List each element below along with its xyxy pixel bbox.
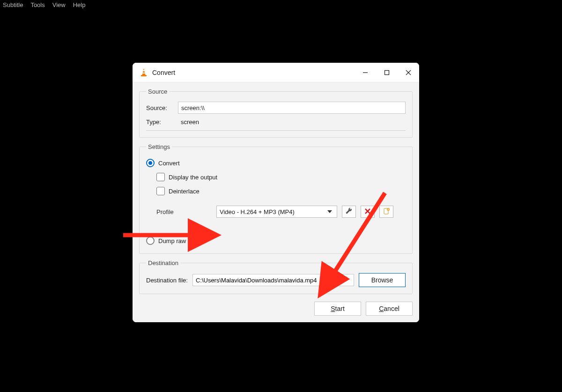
- titlebar: Convert: [133, 63, 419, 82]
- edit-profile-button[interactable]: [342, 206, 356, 218]
- start-button[interactable]: Start: [314, 302, 361, 316]
- close-button[interactable]: [398, 63, 419, 82]
- dialog-footer: Start Cancel: [139, 300, 413, 316]
- svg-rect-5: [385, 70, 389, 74]
- source-legend: Source: [146, 88, 169, 95]
- source-input[interactable]: [178, 102, 406, 114]
- source-group: Source Source: Type: screen: [139, 88, 413, 138]
- svg-rect-2: [142, 73, 145, 74]
- settings-legend: Settings: [146, 143, 172, 150]
- wrench-icon: [345, 207, 353, 216]
- profile-combobox[interactable]: Video - H.264 + MP3 (MP4): [216, 206, 337, 218]
- new-profile-button[interactable]: [379, 206, 393, 218]
- deinterlace-checkbox[interactable]: [156, 187, 165, 195]
- cancel-button[interactable]: Cancel: [366, 302, 413, 316]
- display-output-checkbox[interactable]: [156, 173, 165, 181]
- type-value: screen: [178, 117, 406, 127]
- profile-label: Profile: [156, 208, 212, 215]
- display-output-label: Display the output: [169, 174, 217, 181]
- destination-group: Destination Destination file: Browse: [139, 259, 413, 294]
- menu-view[interactable]: View: [52, 1, 66, 8]
- convert-radio[interactable]: [146, 159, 155, 167]
- convert-radio-label: Convert: [158, 160, 180, 167]
- svg-line-7: [406, 70, 411, 75]
- dump-raw-radio[interactable]: [146, 237, 155, 245]
- destination-legend: Destination: [146, 259, 180, 266]
- minimize-button[interactable]: [355, 63, 376, 82]
- menu-subtitle[interactable]: Subtitle: [3, 1, 23, 8]
- source-label: Source:: [146, 104, 173, 111]
- dump-raw-label: Dump raw input: [158, 237, 201, 244]
- deinterlace-label: Deinterlace: [169, 188, 200, 195]
- dialog-title: Convert: [152, 69, 355, 76]
- app-menubar: Subtitle Tools View Help: [0, 0, 88, 9]
- new-doc-icon: [383, 207, 390, 216]
- chevron-down-icon: [325, 210, 334, 213]
- type-label: Type:: [146, 118, 173, 126]
- profile-value: Video - H.264 + MP3 (MP4): [220, 208, 325, 215]
- svg-line-6: [406, 70, 411, 75]
- x-red-icon: [364, 208, 371, 216]
- maximize-button[interactable]: [376, 63, 398, 82]
- delete-profile-button[interactable]: [361, 206, 375, 218]
- svg-rect-1: [143, 70, 145, 71]
- menu-tools[interactable]: Tools: [30, 1, 44, 8]
- destination-file-input[interactable]: [192, 274, 354, 286]
- svg-rect-3: [141, 75, 147, 76]
- svg-marker-8: [327, 210, 332, 213]
- destination-file-label: Destination file:: [146, 277, 188, 284]
- svg-marker-0: [142, 68, 146, 75]
- settings-group: Settings Convert Display the output Dein…: [139, 143, 413, 254]
- menu-help[interactable]: Help: [73, 1, 86, 8]
- browse-button[interactable]: Browse: [359, 273, 406, 287]
- vlc-cone-icon: [139, 68, 148, 77]
- convert-dialog: Convert Source Source: Type: screen: [133, 63, 419, 322]
- source-separator: [146, 130, 406, 131]
